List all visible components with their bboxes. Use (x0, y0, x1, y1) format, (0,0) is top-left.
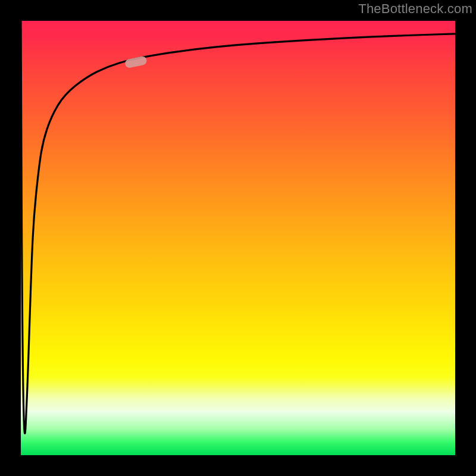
watermark-text: TheBottleneck.com (358, 1, 472, 17)
plot-area (21, 21, 455, 455)
chart-container: TheBottleneck.com (0, 0, 476, 476)
